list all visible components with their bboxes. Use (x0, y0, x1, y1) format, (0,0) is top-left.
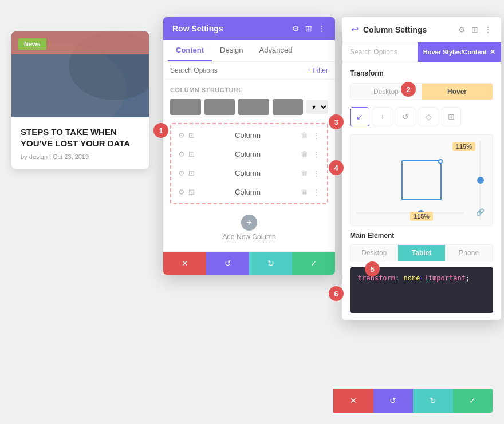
transform-link-icon[interactable]: 🔗 (476, 208, 485, 216)
add-column-button[interactable]: + Add New Column (170, 211, 328, 244)
col-gear-icon-3[interactable]: ⚙ (178, 169, 185, 177)
col-settings-icon[interactable]: ⚙ (458, 25, 466, 34)
col-delete-icon-2[interactable]: 🗑 (301, 150, 308, 158)
col-duplicate-icon-4[interactable]: ⊡ (188, 188, 195, 196)
blog-card-title: STEPS TO TAKE WHEN YOU'VE LOST YOUR DATA (21, 126, 140, 149)
transform-handle[interactable] (438, 159, 443, 164)
col-menu-icon-1[interactable]: ⋮ (313, 131, 320, 140)
col-undo-button[interactable]: ↺ (373, 389, 414, 413)
col-delete-icon-1[interactable]: 🗑 (301, 131, 308, 140)
transform-grid-icon[interactable]: ⊞ (442, 107, 461, 126)
main-tab-phone[interactable]: Phone (445, 245, 493, 261)
blog-card: News STEPS TO TAKE WHEN YOU'VE LOST YOUR… (11, 31, 149, 169)
transform-plus-icon[interactable]: + (373, 107, 392, 126)
col-actions-4: 🗑 ⋮ (301, 188, 320, 196)
col-search-label: Search Options (342, 42, 418, 62)
col-gear-icon-2[interactable]: ⚙ (178, 150, 185, 158)
col-menu-icon-2[interactable]: ⋮ (313, 150, 320, 158)
col-settings-header: ↩ Column Settings ⚙ ⊞ ⋮ (342, 17, 501, 42)
column-structure-options: ▾ (170, 99, 328, 115)
row-undo-button[interactable]: ↺ (206, 252, 249, 275)
main-tab-tablet[interactable]: Tablet (398, 245, 446, 261)
tab-design[interactable]: Design (212, 40, 251, 61)
transform-arrow-icon[interactable]: ↙ (350, 107, 369, 126)
css-important: !important (420, 274, 465, 282)
transform-box (401, 160, 442, 200)
col-actions-1: 🗑 ⋮ (301, 131, 320, 140)
badge-6: 6 (329, 286, 344, 301)
badge-5: 5 (365, 261, 380, 276)
transform-skew-icon[interactable]: ◇ (419, 107, 438, 126)
table-row: ⚙ ⊡ Column 🗑 ⋮ (174, 164, 325, 182)
column-structure-label: Column Structure (170, 86, 328, 93)
col-redo-button[interactable]: ↻ (413, 389, 453, 413)
col-duplicate-icon-2[interactable]: ⊡ (188, 150, 195, 158)
more-icon[interactable]: ⋮ (318, 24, 326, 33)
settings-icon[interactable]: ⚙ (292, 24, 300, 33)
row-redo-button[interactable]: ↻ (249, 252, 292, 275)
badge-3: 3 (329, 114, 344, 129)
col-columns-icon[interactable]: ⊞ (471, 25, 478, 34)
col-label-4: Column (195, 188, 301, 196)
col-delete-icon-4[interactable]: 🗑 (301, 188, 308, 196)
transform-device-tabs: Desktop Hover (350, 83, 493, 100)
filter-button[interactable]: + Filter (307, 66, 328, 74)
columns-icon[interactable]: ⊞ (305, 24, 312, 33)
col-btn-1[interactable] (170, 99, 201, 115)
row-search-input[interactable] (170, 66, 307, 74)
col-label-1: Column (195, 131, 301, 140)
row-settings-panel: Row Settings ⚙ ⊞ ⋮ Content Design Advanc… (163, 17, 335, 275)
col-actions-3: 🗑 ⋮ (301, 169, 320, 177)
col-btn-4[interactable] (273, 99, 304, 115)
col-row-left-icons-2: ⚙ ⊡ (178, 150, 195, 158)
blog-card-image: News (11, 31, 149, 117)
col-select[interactable]: ▾ (306, 100, 328, 114)
row-settings-header: Row Settings ⚙ ⊞ ⋮ (163, 17, 335, 40)
badge-2: 2 (401, 82, 416, 97)
col-cancel-button[interactable]: ✕ (333, 389, 373, 413)
hover-tab-close-icon[interactable]: ✕ (490, 48, 495, 56)
col-gear-icon-4[interactable]: ⚙ (178, 188, 185, 196)
col-gear-icon[interactable]: ⚙ (178, 131, 185, 140)
col-btn-3[interactable] (238, 99, 269, 115)
badge-4: 4 (329, 160, 344, 175)
transform-label: Transform (350, 69, 493, 77)
tab-advanced[interactable]: Advanced (251, 40, 301, 61)
hover-styles-tab[interactable]: Hover Styles/Content ✕ (418, 42, 501, 62)
col-duplicate-icon-3[interactable]: ⊡ (188, 169, 195, 177)
device-tab-hover[interactable]: Hover (422, 84, 493, 100)
col-save-button[interactable]: ✓ (453, 389, 493, 413)
row-settings-header-icons: ⚙ ⊞ ⋮ (292, 24, 326, 33)
col-menu-icon-3[interactable]: ⋮ (313, 169, 320, 177)
row-panel-body: Column Structure ▾ ⚙ ⊡ Column 🗑 ⋮ (163, 80, 335, 251)
row-cancel-button[interactable]: ✕ (163, 252, 206, 275)
col-more-icon[interactable]: ⋮ (484, 25, 492, 34)
row-settings-title: Row Settings (172, 24, 223, 33)
col-settings-title: Column Settings (363, 25, 427, 34)
col-row-left-icons: ⚙ ⊡ (178, 131, 195, 140)
hover-tab-label: Hover Styles/Content (423, 49, 487, 56)
col-duplicate-icon[interactable]: ⊡ (188, 131, 195, 140)
back-arrow-icon[interactable]: ↩ (351, 24, 359, 35)
col-menu-icon-4[interactable]: ⋮ (313, 188, 320, 196)
col-panel-body: Transform Desktop Hover ↙ + ↺ ◇ ⊞ 115% 🔗… (342, 62, 501, 320)
col-panel-header-icons: ⚙ ⊞ ⋮ (458, 25, 492, 34)
col-search-row: Search Options Hover Styles/Content ✕ (342, 42, 501, 62)
tab-content[interactable]: Content (168, 40, 212, 61)
row-settings-tabs: Content Design Advanced (163, 40, 335, 62)
main-tab-desktop[interactable]: Desktop (351, 245, 398, 261)
blog-card-meta: by design | Oct 23, 2019 (21, 153, 140, 160)
col-delete-icon-3[interactable]: 🗑 (301, 169, 308, 177)
transform-rotate-icon[interactable]: ↺ (396, 107, 415, 126)
transform-scale-v-value: 115% (452, 142, 475, 151)
col-settings-footer: ✕ ↺ ↻ ✓ (333, 389, 493, 413)
row-search-bar: + Filter (163, 62, 335, 80)
blog-card-badge: News (18, 38, 46, 50)
main-device-tabs: Desktop Tablet Phone (350, 244, 493, 261)
col-btn-2[interactable] (204, 99, 235, 115)
row-save-button[interactable]: ✓ (292, 252, 335, 275)
transform-slider-v-thumb[interactable] (477, 177, 484, 184)
columns-list: ⚙ ⊡ Column 🗑 ⋮ ⚙ ⊡ Column 🗑 ⋮ (170, 123, 328, 204)
table-row: ⚙ ⊡ Column 🗑 ⋮ (174, 183, 325, 201)
col-settings-panel: ↩ Column Settings ⚙ ⊞ ⋮ Search Options H… (342, 17, 501, 320)
